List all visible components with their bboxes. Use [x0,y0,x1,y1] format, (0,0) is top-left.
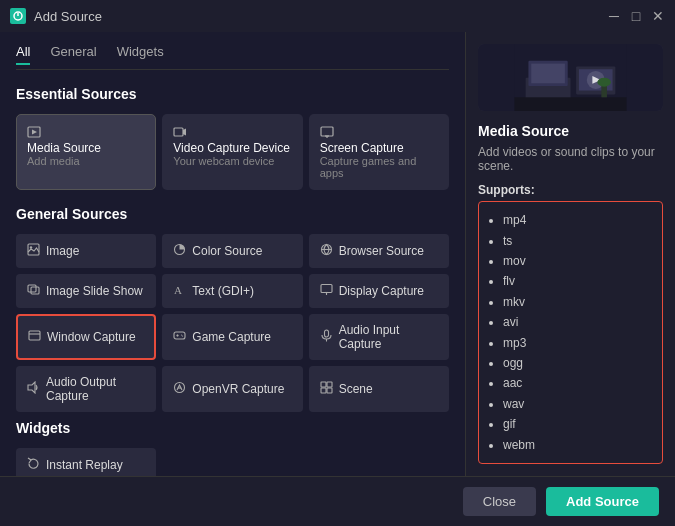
svg-point-46 [597,78,610,87]
slideshow-icon [27,283,40,299]
svg-rect-17 [321,285,332,293]
left-panel: All General Widgets Essential Sources Me… [0,32,465,476]
close-button[interactable]: Close [463,487,536,516]
media-icon [27,125,145,139]
source-item-instant-replay[interactable]: Instant Replay [16,448,156,476]
svg-point-25 [181,334,182,335]
source-card-video-capture[interactable]: Video Capture Device Your webcam device [162,114,302,190]
video-capture-sublabel: Your webcam device [173,155,291,167]
svg-point-26 [182,335,183,336]
source-item-openvr-label: OpenVR Capture [192,382,284,396]
media-preview [478,44,663,111]
source-item-browser-label: Browser Source [339,244,424,258]
source-item-scene-label: Scene [339,382,373,396]
general-sources-list: Image Color Source Browser Source [16,234,449,412]
supports-item-flv: flv [503,271,654,291]
source-item-audio-output[interactable]: Audio Output Capture [16,366,156,412]
supports-item-mp3: mp3 [503,333,654,353]
source-item-color[interactable]: Color Source [162,234,302,268]
window-title: Add Source [34,9,599,24]
svg-text:A: A [174,284,182,296]
source-item-audio-output-label: Audio Output Capture [46,375,145,403]
screen-icon [320,125,438,139]
source-item-scene[interactable]: Scene [309,366,449,412]
main-content: All General Widgets Essential Sources Me… [0,32,675,476]
source-item-game[interactable]: Game Capture [162,314,302,360]
svg-rect-27 [324,330,328,337]
source-item-audio-input[interactable]: Audio Input Capture [309,314,449,360]
svg-rect-22 [174,332,185,339]
supports-item-wav: wav [503,394,654,414]
essential-sources-title: Essential Sources [16,86,449,102]
source-item-text-label: Text (GDI+) [192,284,254,298]
supports-list: mp4 ts mov flv mkv avi mp3 ogg aac wav g… [478,201,663,464]
svg-rect-15 [31,287,39,294]
window-controls: ─ □ ✕ [607,9,665,23]
tab-all[interactable]: All [16,44,30,65]
app-icon [10,8,26,24]
source-item-display-label: Display Capture [339,284,424,298]
media-source-label: Media Source [27,141,145,155]
general-sources-title: General Sources [16,206,449,222]
source-item-slideshow-label: Image Slide Show [46,284,143,298]
source-item-color-label: Color Source [192,244,262,258]
widgets-section: Widgets Instant Replay [16,420,449,476]
right-panel: Media Source Add videos or sound clips t… [465,32,675,476]
svg-rect-39 [531,64,565,84]
svg-rect-20 [29,331,40,340]
source-item-image-label: Image [46,244,79,258]
supports-item-mp4: mp4 [503,210,654,230]
supports-item-avi: avi [503,312,654,332]
bottom-bar: Close Add Source [0,476,675,526]
color-icon [173,243,186,259]
screen-capture-label: Screen Capture [320,141,438,155]
image-icon [27,243,40,259]
close-button[interactable]: ✕ [651,9,665,23]
audio-input-icon [320,329,333,345]
supports-item-mkv: mkv [503,292,654,312]
source-card-media[interactable]: Media Source Add media [16,114,156,190]
minimize-button[interactable]: ─ [607,9,621,23]
source-item-audio-input-label: Audio Input Capture [339,323,438,351]
general-sources-section: General Sources Image Color Source [16,206,449,412]
supports-title: Supports: [478,183,663,197]
supports-item-gif: gif [503,414,654,434]
screen-capture-sublabel: Capture games and apps [320,155,438,179]
tab-bar: All General Widgets [16,44,449,70]
svg-rect-4 [174,128,183,136]
supports-item-webm: webm [503,435,654,455]
svg-rect-44 [514,97,626,111]
audio-output-icon [27,381,40,397]
source-card-screen-capture[interactable]: Screen Capture Capture games and apps [309,114,449,190]
scene-icon [320,381,333,397]
supports-item-ogg: ogg [503,353,654,373]
source-item-openvr[interactable]: OpenVR Capture [162,366,302,412]
maximize-button[interactable]: □ [629,9,643,23]
widgets-title: Widgets [16,420,449,436]
essential-sources-grid: Media Source Add media Video Capture Dev… [16,114,449,190]
text-icon: A [173,283,186,299]
source-item-text[interactable]: A Text (GDI+) [162,274,302,308]
source-item-image[interactable]: Image [16,234,156,268]
supports-item-mov: mov [503,251,654,271]
replay-icon [27,457,40,473]
add-source-button[interactable]: Add Source [546,487,659,516]
svg-rect-33 [327,382,332,387]
video-capture-label: Video Capture Device [173,141,291,155]
tab-general[interactable]: General [50,44,96,65]
media-source-sublabel: Add media [27,155,145,167]
widgets-list: Instant Replay [16,448,449,476]
svg-marker-3 [32,130,37,135]
source-item-instant-replay-label: Instant Replay [46,458,123,472]
window-icon [28,329,41,345]
tab-widgets[interactable]: Widgets [117,44,164,65]
source-item-browser[interactable]: Browser Source [309,234,449,268]
source-item-window[interactable]: Window Capture [16,314,156,360]
camera-icon [173,125,291,139]
openvr-icon [173,381,186,397]
source-item-slideshow[interactable]: Image Slide Show [16,274,156,308]
browser-icon [320,243,333,259]
source-item-window-label: Window Capture [47,330,136,344]
source-item-display[interactable]: Display Capture [309,274,449,308]
svg-rect-34 [321,388,326,393]
